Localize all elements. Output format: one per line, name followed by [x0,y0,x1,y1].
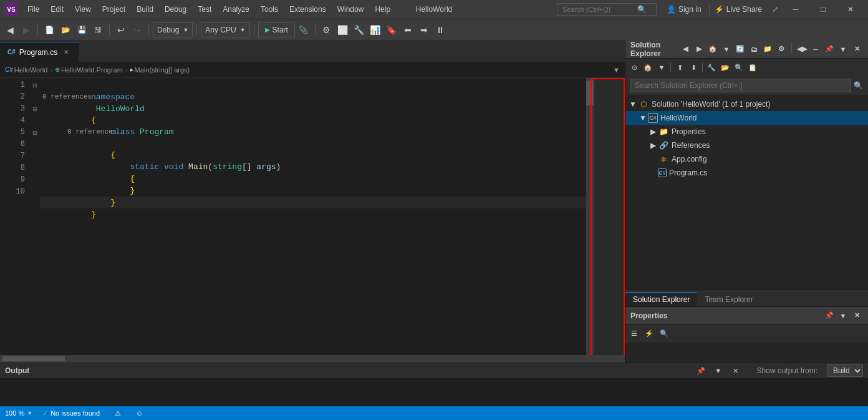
menu-tools[interactable]: Tools [256,4,283,15]
code-line-4[interactable]: { [40,137,586,149]
sol-search-input[interactable] [630,79,851,92]
menu-build[interactable]: Build [132,4,158,15]
gutter-3[interactable]: ⊟ [30,103,40,115]
gutter-1[interactable]: ⊟ [30,79,40,91]
sol-tool-3[interactable]: ▼ [655,61,668,74]
vscroll-thumb[interactable] [586,81,594,105]
status-zoom[interactable]: 100 % ▼ [5,409,32,417]
tree-item-references[interactable]: ▶ 🔗 References [625,139,868,152]
tab-close-button[interactable]: ✕ [61,47,71,57]
props-toolbar-3[interactable]: 🔍 [658,327,670,339]
undo-button[interactable]: ↩ [113,22,128,37]
global-search[interactable]: 🔍 [557,3,657,16]
attach-button[interactable]: 📎 [296,22,311,37]
menu-project[interactable]: Project [97,4,130,15]
sol-exp-icon-2[interactable]: ▶ [693,43,705,56]
live-share-button[interactable]: ⚡ Live Share [709,4,767,15]
breadcrumb-method[interactable]: ▸ Main(string[] args) [130,66,190,74]
toolbar-btn-12[interactable]: ⬅ [400,22,415,37]
editor-hscroll[interactable] [0,355,625,363]
sign-in-button[interactable]: 👤 Sign in [662,4,706,15]
start-button[interactable]: ▶ Start [258,22,295,37]
sol-exp-close-btn[interactable]: ✕ [851,43,863,56]
sol-tool-8[interactable]: 🔍 [733,61,745,74]
code-line-5[interactable]: static void Main(string[] args) [40,149,586,161]
breadcrumb-class[interactable]: ⊕ HelloWorld.Program [55,66,123,74]
menu-analyze[interactable]: Analyze [218,4,254,15]
hscroll-thumb[interactable] [2,356,65,361]
toolbar-btn-7[interactable]: ⚙ [319,22,334,37]
sol-exp-icon-6[interactable]: 🗂 [748,43,760,56]
menu-extensions[interactable]: Extensions [284,4,331,15]
props-pin-btn[interactable]: 📌 [823,310,836,322]
debug-config-dropdown[interactable]: Debug ▼ [153,22,193,37]
tree-item-appconfig[interactable]: ⚙ App.config [625,152,868,166]
code-line-1[interactable]: namespace HelloWorld [40,79,586,91]
output-close-btn[interactable]: ✕ [730,364,742,377]
toolbar-btn-9[interactable]: 🔧 [352,22,367,37]
save-all-button[interactable]: 🖫 [90,22,105,37]
code-content[interactable]: namespace HelloWorld 0 references { clas… [40,78,586,355]
menu-debug[interactable]: Debug [160,4,191,15]
global-search-input[interactable] [562,6,637,13]
open-button[interactable]: 📂 [58,22,73,37]
toolbar-btn-10[interactable]: 📊 [368,22,383,37]
sol-exp-icon-10[interactable]: ─ [809,43,822,56]
menu-file[interactable]: File [22,4,44,15]
gutter-5[interactable]: ⊟ [30,127,40,139]
tree-view[interactable]: ▼ ⬡ Solution 'HelloWorld' (1 of 1 projec… [625,95,868,289]
output-pin-btn[interactable]: 📌 [695,364,707,377]
code-line-10[interactable] [40,208,586,220]
sol-exp-icon-9[interactable]: ◀▶ [796,43,808,56]
collapse-1-icon[interactable]: ⊟ [32,82,37,89]
props-toolbar-2[interactable]: ⚡ [643,327,655,339]
props-close-btn[interactable]: ✕ [851,310,863,322]
sol-exp-icon-5[interactable]: 🔄 [734,43,746,56]
toolbar-btn-14[interactable]: ⏸ [433,22,448,37]
sol-tool-2[interactable]: 🏠 [642,61,654,74]
sol-tool-4[interactable]: ⬆ [673,61,686,74]
sol-tool-7[interactable]: 📂 [719,61,731,74]
save-button[interactable]: 💾 [74,22,89,37]
toolbar-btn-11[interactable]: 🔖 [384,22,399,37]
code-line-9[interactable]: } [40,197,586,208]
tab-program-cs[interactable]: C# Program.cs ✕ [0,42,79,62]
sol-exp-icon-3[interactable]: 🏠 [706,43,719,56]
sol-tool-5[interactable]: ⬇ [687,61,700,74]
toolbar-btn-13[interactable]: ➡ [417,22,432,37]
code-line-3[interactable]: class Program [40,114,586,126]
sol-tool-6[interactable]: 🔧 [705,61,718,74]
editor-vscroll[interactable] [586,78,594,355]
output-arrow-btn[interactable]: ▼ [712,364,725,377]
restore-button[interactable]: □ [811,0,836,19]
menu-help[interactable]: Help [370,4,395,15]
close-button[interactable]: ✕ [838,0,863,19]
back-button[interactable]: ◀ [2,22,17,37]
status-extra[interactable]: ☺ [136,409,143,417]
sol-tool-1[interactable]: ⊙ [628,61,640,74]
menu-test[interactable]: Test [193,4,216,15]
tree-item-properties[interactable]: ▶ 📁 Properties [625,125,868,139]
code-editor[interactable]: 1 2 3 4 5 6 7 8 9 10 ⊟ ⊟ ⊟ [0,78,625,355]
breadcrumb-project[interactable]: C# HelloWorld [5,66,47,74]
output-body[interactable] [0,379,868,406]
tree-item-helloworld[interactable]: ▼ C# HelloWorld [625,111,868,125]
new-project-button[interactable]: 📄 [42,22,57,37]
output-source-select[interactable]: Build [827,364,863,377]
status-feedback[interactable]: ⚠ [115,409,121,418]
menu-view[interactable]: View [70,4,96,15]
redo-button[interactable]: ↪ [130,22,145,37]
platform-dropdown[interactable]: Any CPU ▼ [201,22,249,37]
props-arrow-btn[interactable]: ▼ [837,310,849,322]
tab-team-explorer[interactable]: Team Explorer [697,293,760,306]
sol-exp-icon-8[interactable]: ⚙ [775,43,788,56]
status-issues[interactable]: ✓ No issues found [42,409,100,418]
sol-tool-9[interactable]: 📋 [746,61,759,74]
collapse-3-icon[interactable]: ⊟ [32,106,37,112]
forward-button[interactable]: ▶ [19,22,34,37]
minimize-button[interactable]: ─ [783,0,808,19]
sol-exp-icon-7[interactable]: 📁 [761,43,774,56]
tree-item-solution[interactable]: ▼ ⬡ Solution 'HelloWorld' (1 of 1 projec… [625,97,868,111]
tab-solution-explorer[interactable]: Solution Explorer [625,292,697,306]
menu-window[interactable]: Window [332,4,369,15]
